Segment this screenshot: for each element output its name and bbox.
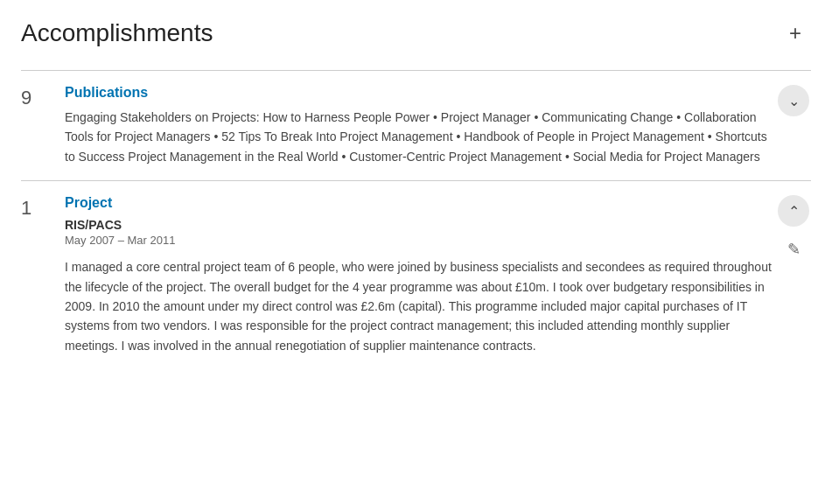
project-date-range: May 2007 – Mar 2011: [65, 234, 776, 247]
publications-count: 9: [21, 85, 65, 109]
page-title: Accomplishments: [21, 19, 213, 47]
project-edit-button[interactable]: ✎: [778, 234, 809, 265]
project-section: 1 Project RIS/PACS May 2007 – Mar 2011 I…: [21, 180, 811, 369]
project-actions: ⌃ ✎: [776, 195, 811, 265]
publications-body: Engaging Stakeholders on Projects: How t…: [65, 108, 776, 166]
project-collapse-button[interactable]: ⌃: [778, 195, 809, 227]
publications-content: Publications Engaging Stakeholders on Pr…: [65, 85, 776, 166]
edit-icon: ✎: [787, 240, 801, 259]
project-row: 1 Project RIS/PACS May 2007 – Mar 2011 I…: [21, 181, 811, 369]
project-title: Project: [65, 195, 776, 211]
publications-title: Publications: [65, 85, 776, 101]
add-accomplishment-button[interactable]: +: [780, 18, 811, 49]
publications-collapse-button[interactable]: ⌄: [778, 85, 809, 116]
chevron-up-icon: ⌃: [788, 203, 800, 220]
publications-section: 9 Publications Engaging Stakeholders on …: [21, 70, 811, 180]
project-content: Project RIS/PACS May 2007 – Mar 2011 I m…: [65, 195, 776, 355]
page-header: Accomplishments +: [21, 18, 811, 49]
chevron-down-icon: ⌄: [788, 93, 800, 109]
project-description: I managed a core central project team of…: [65, 257, 776, 355]
project-count: 1: [21, 195, 65, 220]
publications-row: 9 Publications Engaging Stakeholders on …: [21, 71, 811, 180]
publications-actions: ⌄: [776, 85, 811, 116]
project-org: RIS/PACS: [65, 218, 776, 232]
